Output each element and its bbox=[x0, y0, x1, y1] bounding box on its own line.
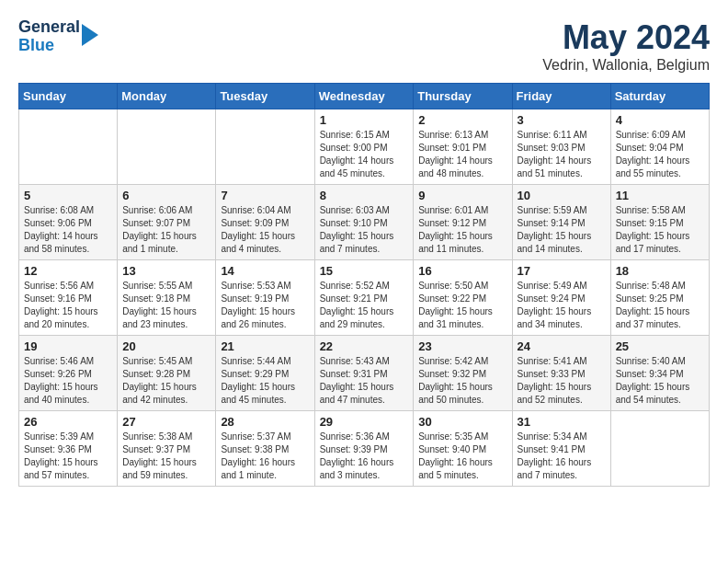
table-row: 16Sunrise: 5:50 AM Sunset: 9:22 PM Dayli… bbox=[414, 260, 512, 336]
day-info: Sunrise: 5:41 AM Sunset: 9:33 PM Dayligh… bbox=[518, 355, 606, 407]
day-info: Sunrise: 5:34 AM Sunset: 9:41 PM Dayligh… bbox=[518, 431, 606, 482]
table-row: 9Sunrise: 6:01 AM Sunset: 9:12 PM Daylig… bbox=[414, 185, 512, 260]
table-row: 3Sunrise: 6:11 AM Sunset: 9:03 PM Daylig… bbox=[512, 109, 610, 185]
table-row: 17Sunrise: 5:49 AM Sunset: 9:24 PM Dayli… bbox=[512, 260, 610, 336]
table-row: 18Sunrise: 5:48 AM Sunset: 9:25 PM Dayli… bbox=[610, 260, 709, 336]
day-info: Sunrise: 5:42 AM Sunset: 9:32 PM Dayligh… bbox=[418, 355, 506, 407]
day-info: Sunrise: 5:52 AM Sunset: 9:21 PM Dayligh… bbox=[320, 280, 409, 331]
logo: General Blue bbox=[18, 18, 98, 55]
day-info: Sunrise: 5:48 AM Sunset: 9:25 PM Dayligh… bbox=[616, 280, 704, 331]
table-row: 7Sunrise: 6:04 AM Sunset: 9:09 PM Daylig… bbox=[216, 185, 314, 260]
day-number: 20 bbox=[122, 339, 210, 353]
logo-arrow-icon bbox=[82, 24, 98, 46]
day-info: Sunrise: 6:03 AM Sunset: 9:10 PM Dayligh… bbox=[320, 204, 409, 256]
day-number: 26 bbox=[24, 415, 112, 429]
day-number: 29 bbox=[320, 415, 409, 429]
day-number: 5 bbox=[24, 189, 112, 202]
header-wednesday: Wednesday bbox=[314, 84, 414, 109]
day-info: Sunrise: 5:50 AM Sunset: 9:22 PM Dayligh… bbox=[418, 280, 506, 331]
table-row: 12Sunrise: 5:56 AM Sunset: 9:16 PM Dayli… bbox=[19, 260, 118, 336]
day-info: Sunrise: 6:09 AM Sunset: 9:04 PM Dayligh… bbox=[616, 129, 704, 180]
table-row: 30Sunrise: 5:35 AM Sunset: 9:40 PM Dayli… bbox=[414, 411, 512, 487]
month-title: May 2024 bbox=[542, 18, 710, 57]
day-number: 13 bbox=[122, 264, 210, 278]
table-row bbox=[118, 109, 216, 185]
day-number: 12 bbox=[24, 264, 112, 278]
day-info: Sunrise: 6:15 AM Sunset: 9:00 PM Dayligh… bbox=[320, 129, 409, 180]
table-row: 10Sunrise: 5:59 AM Sunset: 9:14 PM Dayli… bbox=[512, 185, 610, 260]
day-number: 15 bbox=[320, 264, 409, 278]
day-info: Sunrise: 6:08 AM Sunset: 9:06 PM Dayligh… bbox=[24, 204, 112, 256]
table-row: 29Sunrise: 5:36 AM Sunset: 9:39 PM Dayli… bbox=[314, 411, 414, 487]
header-thursday: Thursday bbox=[414, 84, 512, 109]
day-info: Sunrise: 5:37 AM Sunset: 9:38 PM Dayligh… bbox=[221, 431, 309, 482]
table-row bbox=[216, 109, 314, 185]
day-number: 11 bbox=[616, 189, 704, 202]
day-number: 1 bbox=[320, 113, 409, 127]
table-row: 26Sunrise: 5:39 AM Sunset: 9:36 PM Dayli… bbox=[19, 411, 118, 487]
table-row: 14Sunrise: 5:53 AM Sunset: 9:19 PM Dayli… bbox=[216, 260, 314, 336]
day-info: Sunrise: 6:06 AM Sunset: 9:07 PM Dayligh… bbox=[122, 204, 210, 256]
day-info: Sunrise: 5:38 AM Sunset: 9:37 PM Dayligh… bbox=[122, 431, 210, 482]
calendar-table: Sunday Monday Tuesday Wednesday Thursday… bbox=[18, 83, 710, 487]
day-info: Sunrise: 6:13 AM Sunset: 9:01 PM Dayligh… bbox=[418, 129, 506, 180]
page-header: General Blue May 2024 Vedrin, Wallonia, … bbox=[18, 18, 710, 74]
day-number: 24 bbox=[518, 339, 606, 353]
day-number: 6 bbox=[122, 189, 210, 202]
table-row: 5Sunrise: 6:08 AM Sunset: 9:06 PM Daylig… bbox=[19, 185, 118, 260]
table-row: 11Sunrise: 5:58 AM Sunset: 9:15 PM Dayli… bbox=[610, 185, 709, 260]
calendar-header-row: Sunday Monday Tuesday Wednesday Thursday… bbox=[19, 84, 710, 109]
header-friday: Friday bbox=[512, 84, 610, 109]
table-row: 20Sunrise: 5:45 AM Sunset: 9:28 PM Dayli… bbox=[118, 336, 216, 411]
table-row: 23Sunrise: 5:42 AM Sunset: 9:32 PM Dayli… bbox=[414, 336, 512, 411]
day-info: Sunrise: 5:39 AM Sunset: 9:36 PM Dayligh… bbox=[24, 431, 112, 482]
day-number: 8 bbox=[320, 189, 409, 202]
day-number: 9 bbox=[418, 189, 506, 202]
table-row: 8Sunrise: 6:03 AM Sunset: 9:10 PM Daylig… bbox=[314, 185, 414, 260]
calendar-week-row: 5Sunrise: 6:08 AM Sunset: 9:06 PM Daylig… bbox=[19, 185, 710, 260]
day-info: Sunrise: 6:11 AM Sunset: 9:03 PM Dayligh… bbox=[518, 129, 606, 180]
table-row: 27Sunrise: 5:38 AM Sunset: 9:37 PM Dayli… bbox=[118, 411, 216, 487]
day-number: 30 bbox=[418, 415, 506, 429]
day-info: Sunrise: 5:44 AM Sunset: 9:29 PM Dayligh… bbox=[221, 355, 309, 407]
table-row: 19Sunrise: 5:46 AM Sunset: 9:26 PM Dayli… bbox=[19, 336, 118, 411]
table-row: 25Sunrise: 5:40 AM Sunset: 9:34 PM Dayli… bbox=[610, 336, 709, 411]
day-number: 3 bbox=[518, 113, 606, 127]
table-row: 22Sunrise: 5:43 AM Sunset: 9:31 PM Dayli… bbox=[314, 336, 414, 411]
header-tuesday: Tuesday bbox=[216, 84, 314, 109]
table-row: 6Sunrise: 6:06 AM Sunset: 9:07 PM Daylig… bbox=[118, 185, 216, 260]
day-number: 28 bbox=[221, 415, 309, 429]
day-info: Sunrise: 5:59 AM Sunset: 9:14 PM Dayligh… bbox=[518, 204, 606, 256]
day-number: 16 bbox=[418, 264, 506, 278]
header-monday: Monday bbox=[118, 84, 216, 109]
calendar-week-row: 26Sunrise: 5:39 AM Sunset: 9:36 PM Dayli… bbox=[19, 411, 710, 487]
header-sunday: Sunday bbox=[19, 84, 118, 109]
day-number: 7 bbox=[221, 189, 309, 202]
calendar-week-row: 19Sunrise: 5:46 AM Sunset: 9:26 PM Dayli… bbox=[19, 336, 710, 411]
day-number: 22 bbox=[320, 339, 409, 353]
day-number: 4 bbox=[616, 113, 704, 127]
table-row: 13Sunrise: 5:55 AM Sunset: 9:18 PM Dayli… bbox=[118, 260, 216, 336]
table-row: 15Sunrise: 5:52 AM Sunset: 9:21 PM Dayli… bbox=[314, 260, 414, 336]
day-info: Sunrise: 6:04 AM Sunset: 9:09 PM Dayligh… bbox=[221, 204, 309, 256]
day-number: 2 bbox=[418, 113, 506, 127]
table-row: 31Sunrise: 5:34 AM Sunset: 9:41 PM Dayli… bbox=[512, 411, 610, 487]
day-info: Sunrise: 5:40 AM Sunset: 9:34 PM Dayligh… bbox=[616, 355, 704, 407]
table-row: 24Sunrise: 5:41 AM Sunset: 9:33 PM Dayli… bbox=[512, 336, 610, 411]
table-row: 2Sunrise: 6:13 AM Sunset: 9:01 PM Daylig… bbox=[414, 109, 512, 185]
title-block: May 2024 Vedrin, Wallonia, Belgium bbox=[542, 18, 710, 74]
day-number: 17 bbox=[518, 264, 606, 278]
calendar-week-row: 12Sunrise: 5:56 AM Sunset: 9:16 PM Dayli… bbox=[19, 260, 710, 336]
day-number: 27 bbox=[122, 415, 210, 429]
logo-text: General Blue bbox=[18, 18, 98, 55]
day-info: Sunrise: 5:36 AM Sunset: 9:39 PM Dayligh… bbox=[320, 431, 409, 482]
day-number: 18 bbox=[616, 264, 704, 278]
day-info: Sunrise: 5:45 AM Sunset: 9:28 PM Dayligh… bbox=[122, 355, 210, 407]
day-info: Sunrise: 5:43 AM Sunset: 9:31 PM Dayligh… bbox=[320, 355, 409, 407]
day-number: 21 bbox=[221, 339, 309, 353]
day-number: 31 bbox=[518, 415, 606, 429]
table-row: 4Sunrise: 6:09 AM Sunset: 9:04 PM Daylig… bbox=[610, 109, 709, 185]
day-info: Sunrise: 5:56 AM Sunset: 9:16 PM Dayligh… bbox=[24, 280, 112, 331]
day-number: 10 bbox=[518, 189, 606, 202]
table-row: 28Sunrise: 5:37 AM Sunset: 9:38 PM Dayli… bbox=[216, 411, 314, 487]
